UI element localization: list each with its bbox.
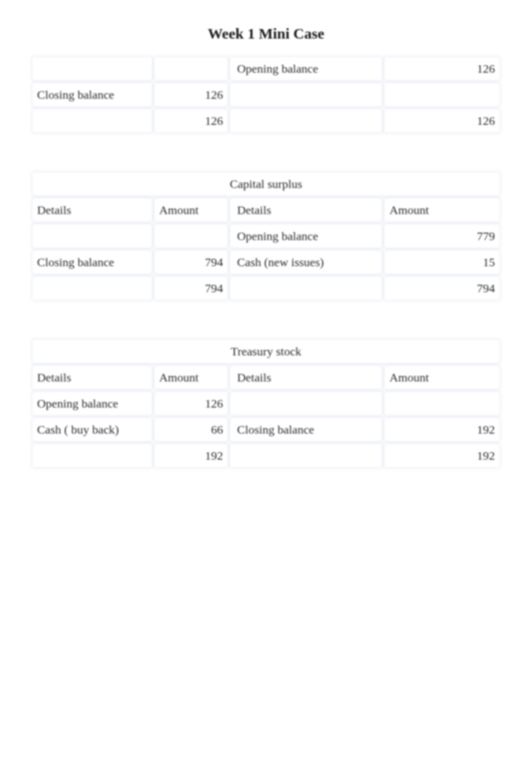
cell: 779 <box>384 224 500 248</box>
cell <box>230 392 382 416</box>
table-header-row: Details Amount Details Amount <box>32 365 500 389</box>
cell: 794 <box>384 276 500 300</box>
cell: 126 <box>154 392 228 416</box>
header-cell: Details <box>32 365 152 389</box>
cell <box>230 444 382 468</box>
t-account-table-treasury-stock: Treasury stock Details Amount Details Am… <box>30 337 502 470</box>
table-row: Closing balance 794 Cash (new issues) 15 <box>32 250 500 274</box>
cell: 794 <box>154 250 228 274</box>
cell: Opening balance <box>32 392 152 416</box>
cell: Opening balance <box>230 224 382 248</box>
cell: 192 <box>154 444 228 468</box>
table-title-row: Treasury stock <box>32 339 500 363</box>
cell: 15 <box>384 250 500 274</box>
cell <box>384 83 500 107</box>
header-cell: Details <box>230 198 382 222</box>
table-row: Opening balance 126 <box>32 57 500 81</box>
header-cell: Amount <box>384 198 500 222</box>
cell: Cash ( buy back) <box>32 418 152 442</box>
cell <box>32 276 152 300</box>
cell: Opening balance <box>230 57 382 81</box>
cell: 126 <box>384 57 500 81</box>
cell <box>230 276 382 300</box>
cell: 192 <box>384 418 500 442</box>
cell <box>384 392 500 416</box>
table-title-row: Capital surplus <box>32 172 500 196</box>
table-row: Opening balance 779 <box>32 224 500 248</box>
cell: 794 <box>154 276 228 300</box>
cell: 192 <box>384 444 500 468</box>
table-row: Closing balance 126 <box>32 83 500 107</box>
table-row: 126 126 <box>32 109 500 133</box>
cell: 126 <box>154 83 228 107</box>
table-row: 192 192 <box>32 444 500 468</box>
cell <box>154 224 228 248</box>
cell <box>32 109 152 133</box>
cell <box>230 109 382 133</box>
cell <box>230 83 382 107</box>
t-account-table-capital-surplus: Capital surplus Details Amount Details A… <box>30 170 502 302</box>
cell: Closing balance <box>32 83 152 107</box>
cell: Cash (new issues) <box>230 250 382 274</box>
cell: Closing balance <box>32 250 152 274</box>
cell <box>32 57 152 81</box>
cell <box>32 224 152 248</box>
header-cell: Details <box>32 198 152 222</box>
cell: Closing balance <box>230 418 382 442</box>
table-heading: Capital surplus <box>32 172 500 196</box>
cell <box>32 444 152 468</box>
header-cell: Amount <box>154 198 228 222</box>
cell: 126 <box>154 109 228 133</box>
table-header-row: Details Amount Details Amount <box>32 198 500 222</box>
header-cell: Details <box>230 365 382 389</box>
header-cell: Amount <box>154 365 228 389</box>
t-account-table-1: Opening balance 126 Closing balance 126 … <box>30 55 502 135</box>
cell <box>154 57 228 81</box>
cell: 66 <box>154 418 228 442</box>
table-row: Cash ( buy back) 66 Closing balance 192 <box>32 418 500 442</box>
cell: 126 <box>384 109 500 133</box>
page-title: Week 1 Mini Case <box>30 25 502 42</box>
table-row: 794 794 <box>32 276 500 300</box>
table-row: Opening balance 126 <box>32 392 500 416</box>
table-heading: Treasury stock <box>32 339 500 363</box>
header-cell: Amount <box>384 365 500 389</box>
